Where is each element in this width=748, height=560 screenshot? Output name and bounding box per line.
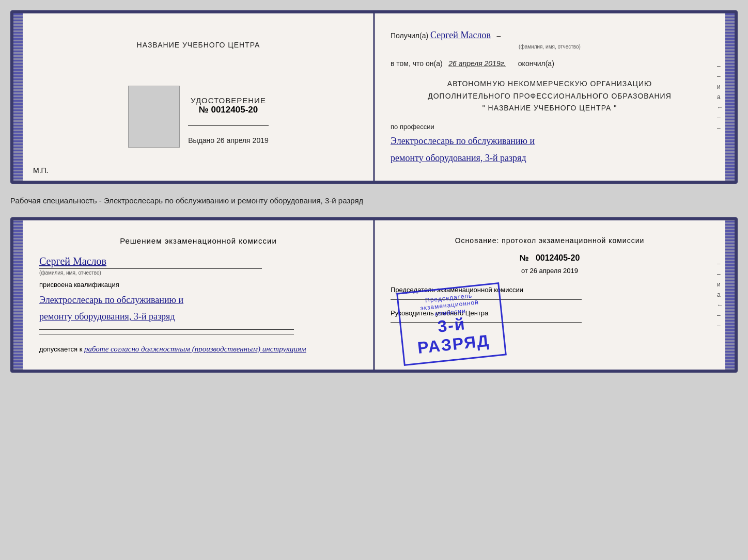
right-texture-bottom [725,220,735,370]
udostoverenie-block: УДОСТОВЕРЕНИЕ № 0012405-20 [188,96,269,115]
vtom-line: в том, что он(а) 26 апреля 2019г. окончи… [391,59,709,68]
bottom-cert-right: Основание: протокол экзаменационной коми… [374,220,725,370]
vtom-date: 26 апреля 2019г. [448,59,506,68]
left-texture [13,13,23,181]
udostoverenie-title: УДОСТОВЕРЕНИЕ [188,96,269,105]
cert-number-top: № 0012405-20 [188,105,269,115]
dopuskaetsya-block: допускается к работе согласно должностны… [39,343,357,355]
stamp-large-text: 3-й РАЗРЯД [410,312,495,358]
org-block: АВТОНОМНУЮ НЕКОММЕРЧЕСКУЮ ОРГАНИЗАЦИЮ ДО… [391,78,709,115]
top-certificate: НАЗВАНИЕ УЧЕБНОГО ЦЕНТРА УДОСТОВЕРЕНИЕ №… [10,10,738,184]
recipient-name-bottom: Сергей Маслов [39,255,106,267]
left-texture-bottom [13,220,23,370]
po-professii-label: по профессии [391,123,709,131]
recipient-name-top: Сергей Маслов [430,30,491,40]
prisvoena-label: присвоена квалификация [39,281,357,289]
profession-text-top: Электрослесарь по обслуживанию и ремонту… [391,133,709,166]
bottom-cert-left: Решением экзаменационной комиссии Сергей… [23,220,374,370]
right-margin-bottom: – – и а ← – – [717,260,723,329]
mp-label: М.П. [33,166,49,174]
top-cert-right: Получил(а) Сергей Маслов – (фамилия, имя… [374,13,725,181]
received-line: Получил(а) Сергей Маслов – (фамилия, имя… [391,28,709,51]
photo-placeholder [128,86,180,148]
top-cert-left: НАЗВАНИЕ УЧЕБНОГО ЦЕНТРА УДОСТОВЕРЕНИЕ №… [23,13,374,181]
vydano-line: Выдано 26 апреля 2019 [188,136,269,145]
separator-text: Рабочая специальность - Электрослесарь п… [10,193,738,208]
cert-inner-bottom: Решением экзаменационной комиссии Сергей… [23,220,725,370]
bottom-certificate: Решением экзаменационной комиссии Сергей… [10,217,738,373]
resheniem-title: Решением экзаменационной комиссии [39,235,357,247]
osnovanie-title: Основание: протокол экзаменационной коми… [391,235,709,246]
right-margin-top: – – и а ← – – [717,62,723,132]
dopusk-text: работе согласно должностным (производств… [84,345,306,353]
profession-text-bottom: Электрослесарь по обслуживанию и ремонту… [39,292,357,325]
cert-inner-top: НАЗВАНИЕ УЧЕБНОГО ЦЕНТРА УДОСТОВЕРЕНИЕ №… [23,13,725,181]
protocol-number: № 0012405-20 [391,253,709,263]
ot-date: от 26 апреля 2019 [391,267,709,275]
right-texture-top [725,13,735,181]
stamp: Председатель экзаменационной комиссии 3-… [396,282,507,366]
page-wrapper: НАЗВАНИЕ УЧЕБНОГО ЦЕНТРА УДОСТОВЕРЕНИЕ №… [10,10,738,373]
top-left-header: НАЗВАНИЕ УЧЕБНОГО ЦЕНТРА [137,41,260,49]
